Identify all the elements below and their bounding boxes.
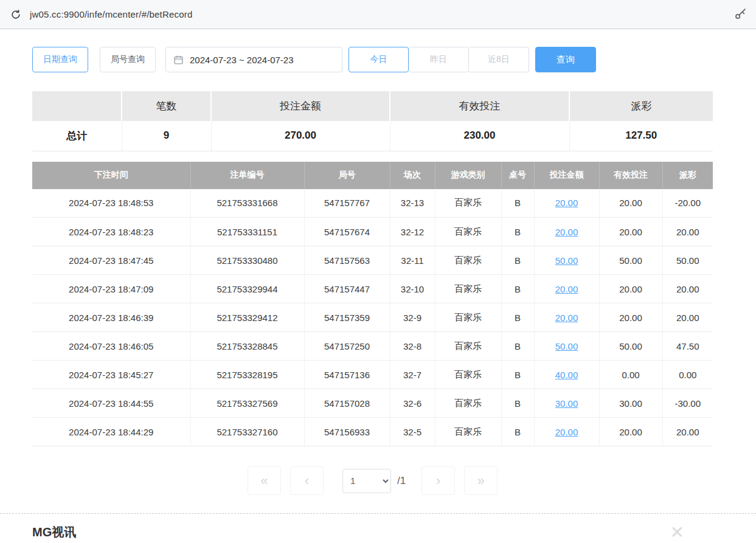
bet-amount-cell: 20.00 xyxy=(534,303,599,332)
bet-amount-link[interactable]: 20.00 xyxy=(555,427,578,437)
yesterday-button[interactable]: 昨日 xyxy=(409,47,469,72)
order-no-cell: 521753328845 xyxy=(190,332,304,361)
url-text[interactable]: jw05.cc:9900/infe/mcenter/#/betRecord xyxy=(30,9,726,19)
today-button[interactable]: 今日 xyxy=(349,47,409,72)
table-no-cell: B xyxy=(501,246,534,275)
bet-amount-link[interactable]: 20.00 xyxy=(555,227,578,237)
session-cell: 32-7 xyxy=(390,361,435,389)
game-type-cell: 百家乐 xyxy=(435,418,501,446)
bet-table-header-cell: 派彩 xyxy=(662,162,713,189)
bet-record-table: 下注时间注单编号局号场次游戏类别桌号投注金额有效投注派彩 2024-07-23 … xyxy=(32,162,713,447)
tab-switcher-icon[interactable] xyxy=(9,7,23,22)
order-no-cell: 521753327569 xyxy=(190,389,304,418)
bet-amount-link[interactable]: 20.00 xyxy=(555,198,578,208)
game-type-cell: 百家乐 xyxy=(435,275,501,303)
table-row: 2024-07-23 18:46:05521753328845547157250… xyxy=(32,332,713,361)
bet-table-header-cell: 下注时间 xyxy=(32,162,190,189)
bet-amount-cell: 20.00 xyxy=(534,275,599,303)
payout-cell: -30.00 xyxy=(662,389,713,418)
date-range-input[interactable]: 2024-07-23 ~ 2024-07-23 xyxy=(165,47,342,72)
page-select[interactable]: 1 xyxy=(342,469,391,493)
prev-page-icon: ‹ xyxy=(305,474,309,488)
bet-time-cell: 2024-07-23 18:47:09 xyxy=(32,275,190,303)
summary-row-label: 总计 xyxy=(32,121,122,151)
bet-table-header-cell: 有效投注 xyxy=(599,162,662,189)
bet-time-cell: 2024-07-23 18:47:45 xyxy=(32,246,190,275)
order-no-cell: 521753329944 xyxy=(190,275,304,303)
bet-amount-link[interactable]: 20.00 xyxy=(555,313,578,323)
bet-amount-link[interactable]: 20.00 xyxy=(555,284,578,294)
payout-cell: 20.00 xyxy=(662,275,713,303)
payout-cell: 20.00 xyxy=(662,303,713,332)
session-cell: 32-8 xyxy=(390,332,435,361)
session-cell: 32-6 xyxy=(390,389,435,418)
summary-header-cell: 笔数 xyxy=(122,91,211,121)
summary-value-cell: 230.00 xyxy=(390,121,569,151)
game-type-cell: 百家乐 xyxy=(435,361,501,389)
first-page-icon: « xyxy=(260,474,268,488)
round-no-cell: 547156933 xyxy=(304,418,390,446)
summary-header-row: 笔数投注金额有效投注派彩 xyxy=(32,91,713,121)
valid-bet-cell: 20.00 xyxy=(599,303,662,332)
last-page-icon: » xyxy=(477,474,484,488)
game-type-cell: 百家乐 xyxy=(435,389,501,418)
payout-cell: 20.00 xyxy=(662,418,713,446)
session-cell: 32-13 xyxy=(390,189,435,218)
valid-bet-cell: 20.00 xyxy=(599,418,662,446)
next-page-button[interactable]: › xyxy=(421,466,455,495)
bet-amount-link[interactable]: 30.00 xyxy=(555,398,578,409)
summary-body-row: 总计9270.00230.00127.50 xyxy=(32,121,713,151)
table-no-cell: B xyxy=(501,189,534,218)
table-no-cell: B xyxy=(501,303,534,332)
round-query-button[interactable]: 局号查询 xyxy=(100,47,156,72)
table-row: 2024-07-23 18:45:27521753328195547157136… xyxy=(32,361,713,389)
pagination: « ‹ 1 /1 › » xyxy=(32,466,713,495)
summary-header-cell: 有效投注 xyxy=(390,91,569,121)
date-query-button[interactable]: 日期查询 xyxy=(32,47,88,72)
round-no-cell: 547157359 xyxy=(304,303,390,332)
password-key-icon[interactable] xyxy=(733,7,747,22)
bet-amount-link[interactable]: 50.00 xyxy=(555,341,578,351)
order-no-cell: 521753328195 xyxy=(190,361,304,389)
section-title: MG视讯 xyxy=(32,524,76,541)
table-no-cell: B xyxy=(501,418,534,446)
session-cell: 32-9 xyxy=(390,303,435,332)
bet-amount-cell: 20.00 xyxy=(534,218,599,246)
order-no-cell: 521753331668 xyxy=(190,189,304,218)
summary-header-cell: 派彩 xyxy=(569,91,713,121)
bet-time-cell: 2024-07-23 18:48:23 xyxy=(32,218,190,246)
summary-header-cell xyxy=(32,91,122,121)
valid-bet-cell: 20.00 xyxy=(599,189,662,218)
session-cell: 32-11 xyxy=(390,246,435,275)
last-page-button[interactable]: » xyxy=(464,466,498,495)
bet-amount-link[interactable]: 40.00 xyxy=(555,370,578,380)
calendar-icon xyxy=(173,55,184,65)
round-no-cell: 547157674 xyxy=(304,218,390,246)
bet-table-header-cell: 注单编号 xyxy=(190,162,304,189)
bet-table-header-cell: 桌号 xyxy=(501,162,534,189)
bet-table-header-cell: 场次 xyxy=(390,162,435,189)
table-row: 2024-07-23 18:48:53521753331668547157767… xyxy=(32,189,713,218)
round-no-cell: 547157447 xyxy=(304,275,390,303)
section-divider xyxy=(0,513,756,514)
round-no-cell: 547157563 xyxy=(304,246,390,275)
last8days-button[interactable]: 近8日 xyxy=(469,47,529,72)
search-button[interactable]: 查询 xyxy=(535,47,596,72)
bet-amount-link[interactable]: 50.00 xyxy=(555,255,578,266)
valid-bet-cell: 20.00 xyxy=(599,218,662,246)
collapse-icon[interactable]: ✕ xyxy=(670,524,684,541)
order-no-cell: 521753330480 xyxy=(190,246,304,275)
first-page-button[interactable]: « xyxy=(248,466,281,495)
session-cell: 32-5 xyxy=(390,418,435,446)
bet-amount-cell: 40.00 xyxy=(534,361,599,389)
order-no-cell: 521753329412 xyxy=(190,303,304,332)
quick-range-group: 今日 昨日 近8日 xyxy=(349,47,529,72)
bet-record-page: 日期查询 局号查询 2024-07-23 ~ 2024-07-23 今日 昨日 … xyxy=(32,47,713,495)
table-no-cell: B xyxy=(501,389,534,418)
next-section-header[interactable]: MG视讯 ✕ xyxy=(32,524,713,541)
bet-amount-cell: 50.00 xyxy=(534,332,599,361)
round-no-cell: 547157250 xyxy=(304,332,390,361)
table-row: 2024-07-23 18:47:45521753330480547157563… xyxy=(32,246,713,275)
prev-page-button[interactable]: ‹ xyxy=(290,466,324,495)
payout-cell: 50.00 xyxy=(662,246,713,275)
